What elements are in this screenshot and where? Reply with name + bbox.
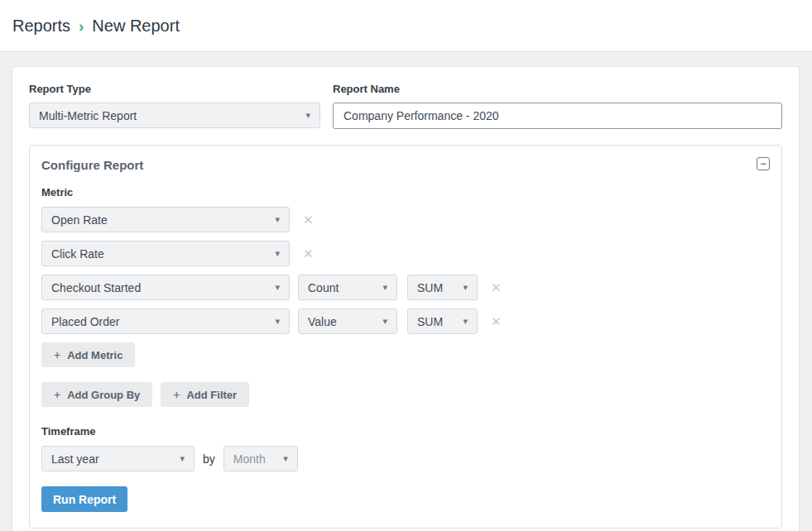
report-type-field: Report Type Multi-Metric Report ▾ — [29, 83, 320, 129]
report-name-field: Report Name — [333, 83, 782, 129]
report-type-select[interactable]: Multi-Metric Report ▾ — [29, 103, 320, 128]
remove-metric-button[interactable]: ✕ — [303, 213, 314, 226]
group-filter-row: + Add Group By + Add Filter — [41, 382, 770, 407]
report-name-label: Report Name — [333, 83, 782, 95]
aggregation-value: SUM — [417, 281, 443, 294]
add-filter-label: Add Filter — [186, 389, 237, 401]
report-name-input[interactable] — [333, 103, 782, 129]
report-meta-row: Report Type Multi-Metric Report ▾ Report… — [29, 83, 782, 129]
chevron-down-icon: ▾ — [463, 283, 468, 292]
measurement-value: Value — [308, 315, 337, 328]
page: Reports › New Report Report Type Multi-M… — [0, 0, 812, 531]
aggregation-value: SUM — [417, 315, 443, 328]
report-type-label: Report Type — [29, 83, 320, 95]
page-title: New Report — [92, 17, 180, 36]
plus-icon: + — [54, 348, 60, 361]
minus-icon: − — [760, 159, 766, 169]
metric-value: Placed Order — [51, 315, 119, 328]
by-label: by — [203, 452, 215, 466]
add-metric-label: Add Metric — [67, 349, 123, 361]
aggregation-select[interactable]: SUM ▾ — [407, 275, 478, 300]
report-type-value: Multi-Metric Report — [39, 109, 137, 122]
timeframe-interval-value: Month — [233, 452, 266, 466]
chevron-down-icon: ▾ — [275, 215, 280, 224]
measurement-select[interactable]: Value ▾ — [298, 309, 397, 334]
timeframe-section-label: Timeframe — [41, 425, 770, 438]
timeframe-interval-select[interactable]: Month ▾ — [223, 446, 298, 471]
metric-select[interactable]: Placed Order ▾ — [41, 309, 290, 334]
add-group-by-label: Add Group By — [67, 389, 140, 401]
chevron-down-icon: ▾ — [275, 249, 280, 258]
plus-icon: + — [54, 388, 60, 401]
metric-select[interactable]: Open Rate ▾ — [41, 207, 290, 232]
timeframe-range-select[interactable]: Last year ▾ — [41, 446, 195, 471]
remove-metric-button[interactable]: ✕ — [491, 315, 502, 328]
add-group-by-button[interactable]: + Add Group By — [41, 382, 152, 407]
add-filter-button[interactable]: + Add Filter — [161, 382, 249, 407]
remove-metric-button[interactable]: ✕ — [491, 281, 502, 294]
configure-report-title: Configure Report — [41, 156, 770, 172]
chevron-down-icon: ▾ — [180, 454, 185, 463]
metric-value: Click Rate — [51, 247, 104, 261]
collapse-panel-button[interactable]: − — [757, 157, 770, 170]
metric-value: Checkout Started — [51, 281, 141, 294]
metric-value: Open Rate — [51, 213, 108, 227]
timeframe-row: Last year ▾ by Month ▾ — [41, 446, 770, 471]
metric-select[interactable]: Checkout Started ▾ — [41, 275, 290, 300]
metric-select[interactable]: Click Rate ▾ — [41, 241, 290, 266]
add-metric-button[interactable]: + Add Metric — [41, 342, 135, 367]
report-builder-card: Report Type Multi-Metric Report ▾ Report… — [12, 66, 800, 531]
chevron-down-icon: ▾ — [275, 317, 280, 326]
metric-row: Click Rate ▾ ✕ — [41, 241, 770, 266]
chevron-right-icon: › — [79, 17, 84, 36]
metric-row: Placed Order ▾ Value ▾ SUM ▾ ✕ — [41, 309, 770, 334]
top-bar: Reports › New Report — [0, 0, 812, 52]
chevron-down-icon: ▾ — [283, 454, 288, 463]
timeframe-range-value: Last year — [51, 452, 99, 466]
metric-section-label: Metric — [41, 186, 770, 199]
plus-icon: + — [173, 388, 180, 401]
run-report-button[interactable]: Run Report — [41, 486, 127, 512]
chevron-down-icon: ▾ — [382, 283, 387, 292]
remove-metric-button[interactable]: ✕ — [303, 247, 314, 260]
chevron-down-icon: ▾ — [382, 317, 387, 326]
measurement-value: Count — [308, 281, 339, 294]
measurement-select[interactable]: Count ▾ — [298, 275, 397, 300]
breadcrumb: Reports › New Report — [12, 17, 180, 36]
chevron-down-icon: ▾ — [275, 283, 280, 292]
aggregation-select[interactable]: SUM ▾ — [407, 309, 478, 334]
chevron-down-icon: ▾ — [463, 317, 468, 326]
metric-row: Checkout Started ▾ Count ▾ SUM ▾ ✕ — [41, 275, 770, 300]
metric-row: Open Rate ▾ ✕ — [41, 207, 770, 232]
breadcrumb-reports-link[interactable]: Reports — [12, 17, 70, 36]
configure-report-panel: Configure Report − Metric Open Rate ▾ ✕ … — [29, 145, 782, 529]
chevron-down-icon: ▾ — [305, 111, 310, 120]
